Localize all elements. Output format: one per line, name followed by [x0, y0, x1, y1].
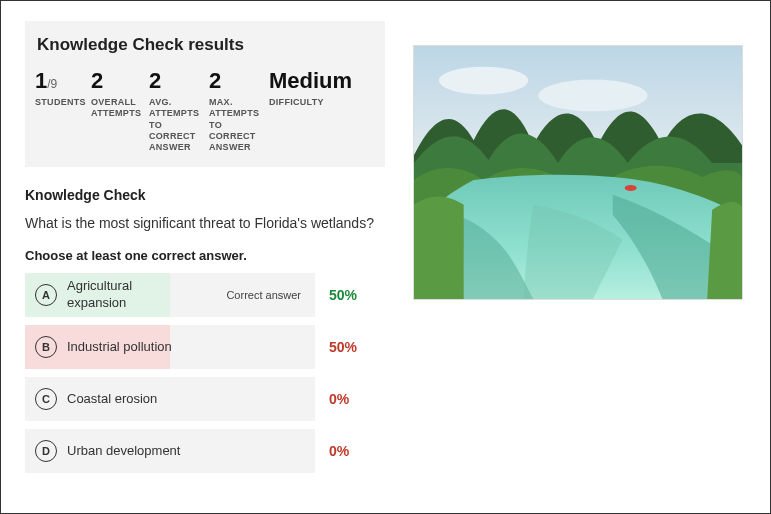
- answer-row-a[interactable]: A Agricultural expansion Correct answer …: [25, 273, 385, 317]
- stat-max-value: 2: [209, 69, 261, 93]
- answer-pct-a: 50%: [329, 287, 371, 303]
- answer-pct-b: 50%: [329, 339, 371, 355]
- answer-letter-b: B: [35, 336, 57, 358]
- stat-students-suffix: /9: [47, 77, 57, 91]
- stat-overall: 2 OVERALL ATTEMPTS: [91, 69, 141, 120]
- stat-avg-label: AVG. ATTEMPTS TO CORRECT ANSWER: [149, 97, 201, 153]
- stat-difficulty-value: Medium: [269, 69, 352, 93]
- answer-row-b[interactable]: B Industrial pollution 50%: [25, 325, 385, 369]
- stat-max: 2 MAX. ATTEMPTS TO CORRECT ANSWER: [209, 69, 261, 153]
- svg-point-2: [538, 80, 647, 112]
- answer-row-d[interactable]: D Urban development 0%: [25, 429, 385, 473]
- stat-avg-value: 2: [149, 69, 201, 93]
- answer-text-a: Agricultural expansion: [67, 278, 157, 311]
- stats-row: 1/9 STUDENTS 2 OVERALL ATTEMPTS 2 AVG. A…: [35, 69, 375, 153]
- answer-text-b: Industrial pollution: [67, 339, 305, 355]
- stat-difficulty-label: DIFFICULTY: [269, 97, 352, 108]
- stat-avg: 2 AVG. ATTEMPTS TO CORRECT ANSWER: [149, 69, 201, 153]
- answer-letter-c: C: [35, 388, 57, 410]
- stat-students: 1/9 STUDENTS: [35, 69, 83, 108]
- instruction-text: Choose at least one correct answer.: [25, 248, 385, 263]
- answer-pct-c: 0%: [329, 391, 371, 407]
- stat-overall-value: 2: [91, 69, 141, 93]
- check-heading: Knowledge Check: [25, 187, 385, 203]
- answer-letter-a: A: [35, 284, 57, 306]
- answer-text-d: Urban development: [67, 443, 305, 459]
- svg-point-1: [439, 67, 528, 95]
- stat-difficulty: Medium DIFFICULTY: [269, 69, 352, 108]
- stat-max-label: MAX. ATTEMPTS TO CORRECT ANSWER: [209, 97, 261, 153]
- question-image: [413, 45, 743, 300]
- svg-point-3: [625, 185, 637, 191]
- results-panel: Knowledge Check results 1/9 STUDENTS 2 O…: [25, 21, 385, 167]
- stat-overall-label: OVERALL ATTEMPTS: [91, 97, 141, 120]
- stat-students-label: STUDENTS: [35, 97, 83, 108]
- answer-text-c: Coastal erosion: [67, 391, 305, 407]
- answer-row-c[interactable]: C Coastal erosion 0%: [25, 377, 385, 421]
- correct-answer-tag: Correct answer: [226, 289, 305, 301]
- answers-list: A Agricultural expansion Correct answer …: [25, 273, 385, 473]
- stat-students-value: 1: [35, 68, 47, 93]
- answer-letter-d: D: [35, 440, 57, 462]
- results-title: Knowledge Check results: [37, 35, 375, 55]
- answer-pct-d: 0%: [329, 443, 371, 459]
- question-text: What is the most significant threat to F…: [25, 213, 385, 233]
